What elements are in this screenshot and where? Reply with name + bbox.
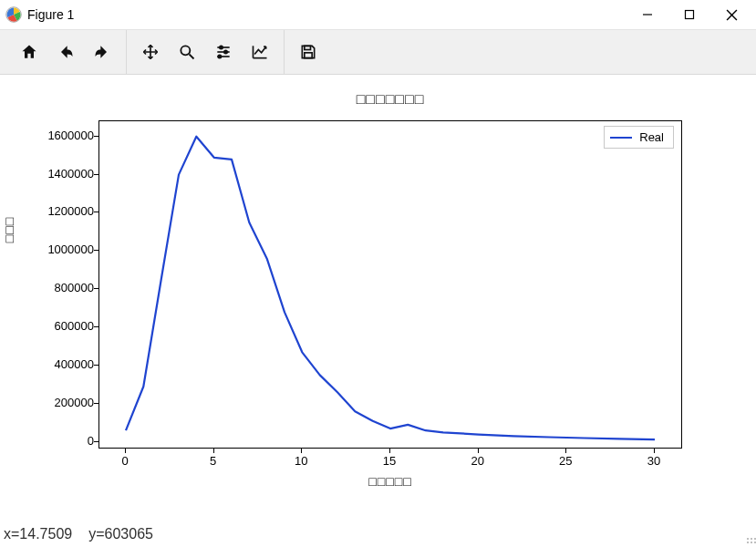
status-y-label: y=	[88, 526, 104, 542]
save-button[interactable]	[290, 34, 326, 70]
y-tick-label: 600000	[21, 319, 94, 333]
x-tick-label: 0	[107, 454, 143, 468]
minimize-button[interactable]	[627, 0, 668, 29]
window-titlebar: Figure 1	[0, 0, 756, 29]
status-bar: x= 14.7509 y= 603065	[0, 521, 756, 547]
y-tick-label: 400000	[21, 357, 94, 371]
y-tick-label: 0	[21, 434, 94, 448]
y-tick-label: 1200000	[21, 204, 94, 218]
x-tick-label: 10	[283, 454, 319, 468]
x-tick-label: 5	[195, 454, 232, 468]
legend-swatch-real	[610, 137, 632, 139]
configure-subplots-button[interactable]	[205, 34, 242, 70]
toolbar	[0, 29, 756, 75]
legend: Real	[604, 126, 674, 149]
line-series-real	[99, 121, 681, 448]
svg-rect-14	[305, 53, 312, 58]
zoom-button[interactable]	[169, 34, 205, 70]
resize-grip[interactable]	[745, 532, 756, 543]
x-tick-label: 20	[460, 454, 496, 468]
svg-point-8	[220, 46, 223, 48]
status-x-label: x=	[4, 526, 19, 542]
x-axis-label: □□□□□	[98, 474, 682, 489]
chart-title: □□□□□□□	[98, 91, 682, 108]
svg-line-6	[190, 55, 194, 59]
back-button[interactable]	[47, 34, 84, 70]
y-tick-label: 1000000	[21, 243, 94, 256]
pan-button[interactable]	[132, 34, 169, 70]
y-tick-label: 1400000	[21, 167, 94, 181]
svg-rect-13	[305, 46, 311, 49]
x-tick-label: 30	[636, 454, 672, 468]
y-tick-label: 1600000	[21, 129, 94, 142]
svg-point-10	[224, 50, 227, 53]
edit-axes-button[interactable]	[242, 34, 278, 70]
x-tick-label: 25	[547, 454, 584, 468]
svg-point-5	[181, 46, 190, 55]
home-button[interactable]	[11, 34, 47, 70]
window-title: Figure 1	[27, 7, 74, 22]
x-tick-label: 15	[371, 454, 408, 468]
y-axis-label: □□□	[2, 175, 16, 284]
legend-label-real: Real	[639, 130, 664, 144]
status-y-value: 603065	[105, 526, 153, 542]
close-button[interactable]	[710, 0, 752, 29]
y-tick-label: 200000	[21, 396, 94, 409]
svg-rect-2	[686, 11, 694, 19]
svg-point-12	[218, 55, 221, 57]
forward-button[interactable]	[84, 34, 120, 70]
maximize-button[interactable]	[668, 0, 710, 29]
app-icon	[5, 6, 22, 23]
axes-frame	[98, 120, 682, 449]
plot-canvas[interactable]: □□□□□□□ □□□ □□□□□ Real 02000004000006000…	[0, 75, 756, 521]
status-x-value: 14.7509	[19, 526, 72, 542]
y-tick-label: 800000	[21, 281, 94, 294]
